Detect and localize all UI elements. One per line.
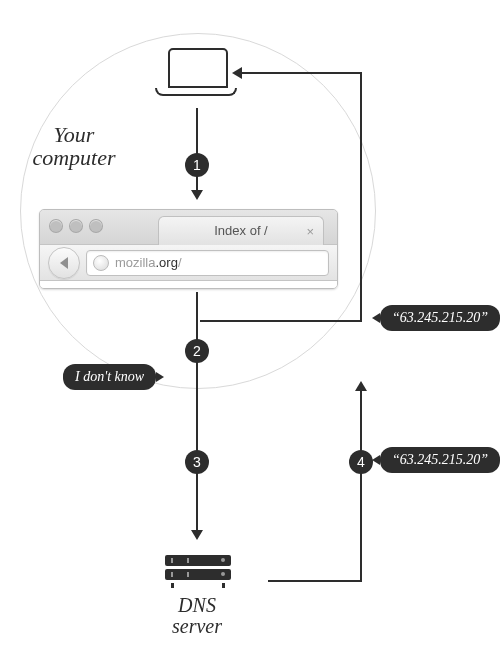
arrow-1-head <box>191 190 203 200</box>
url-part: mozilla <box>115 255 155 270</box>
arrow-return-head <box>232 67 242 79</box>
address-bar[interactable]: mozilla.org/ <box>86 250 329 276</box>
arrow-4-head-up <box>355 381 367 391</box>
text: 4 <box>357 454 365 470</box>
arrow-return-hline-bottom <box>200 320 362 322</box>
browser-tab[interactable]: Index of / × <box>158 216 324 245</box>
bubble-tail <box>372 313 380 323</box>
laptop-icon <box>168 48 237 96</box>
arrow-4-vline <box>360 385 362 582</box>
text: Your <box>54 122 95 147</box>
browser-toolbar: mozilla.org/ <box>40 245 337 281</box>
bubble-tail <box>372 455 380 465</box>
bubble-ip-from-dns: “63.245.215.20” <box>380 447 500 473</box>
globe-icon <box>93 255 109 271</box>
bubble-i-dont-know: I don't know <box>63 364 156 390</box>
close-icon[interactable]: × <box>306 224 314 239</box>
bubble-ip-return: “63.245.215.20” <box>380 305 500 331</box>
browser-titlebar: Index of / × <box>40 210 337 245</box>
bubble-text: “63.245.215.20” <box>392 310 488 325</box>
url-part: .org <box>155 255 177 270</box>
browser-viewport <box>40 281 337 289</box>
window-controls[interactable] <box>50 220 102 232</box>
dns-server-icon <box>165 555 231 585</box>
step-badge-4: 4 <box>349 450 373 474</box>
step-badge-1: 1 <box>185 153 209 177</box>
diagram-stage: Your computer 1 Index of / × mozilla.org… <box>0 0 503 645</box>
step-badge-3: 3 <box>185 450 209 474</box>
arrow-return-hline-top <box>242 72 362 74</box>
bubble-tail <box>156 372 164 382</box>
bubble-text: I don't know <box>75 369 144 384</box>
your-computer-label: Your computer <box>19 123 129 169</box>
back-button[interactable] <box>48 247 80 279</box>
text: 2 <box>193 343 201 359</box>
arrow-return-vline <box>360 72 362 320</box>
dns-server-label: DNS server <box>152 595 242 637</box>
arrow-4-hline-bottom <box>268 580 362 582</box>
url-part: / <box>178 255 182 270</box>
arrow-down-line <box>196 292 198 530</box>
arrow-1-line <box>196 108 198 190</box>
text: computer <box>32 145 115 170</box>
arrow-down-head <box>191 530 203 540</box>
tab-title: Index of / <box>214 223 267 238</box>
step-badge-2: 2 <box>185 339 209 363</box>
text: server <box>172 615 222 637</box>
text: 1 <box>193 157 201 173</box>
text: DNS <box>178 594 216 616</box>
bubble-text: “63.245.215.20” <box>392 452 488 467</box>
text: 3 <box>193 454 201 470</box>
browser-window: Index of / × mozilla.org/ <box>39 209 338 289</box>
